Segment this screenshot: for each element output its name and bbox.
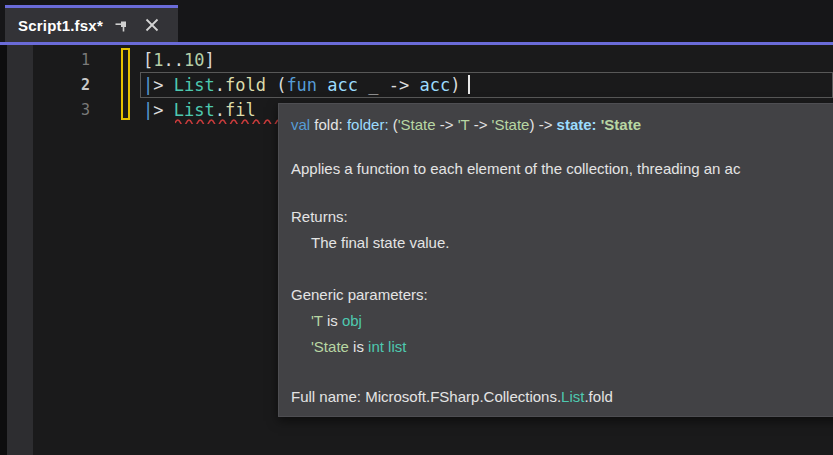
tooltip-description: Applies a function to each element of th…	[291, 156, 833, 182]
sig-token: 'T	[458, 116, 470, 133]
sig-token: 'State	[398, 116, 436, 133]
tooltip-generic-param-2: 'State is int list	[291, 334, 833, 360]
code-token: List	[174, 75, 215, 95]
code-token	[409, 75, 419, 95]
pin-icon[interactable]	[111, 14, 133, 36]
sig-token: ->	[436, 116, 458, 133]
code-token: |	[143, 100, 153, 120]
tooltip-generic-param-1: 'T is obj	[291, 308, 833, 334]
line-number-2: 2	[33, 73, 90, 98]
code-token: .	[215, 75, 225, 95]
code-token: >	[153, 75, 173, 95]
code-token: fold	[225, 75, 266, 95]
code-token: ]	[204, 50, 214, 70]
sig-token: val	[291, 116, 310, 133]
tooltip-signature: val fold: folder: ('State -> 'T -> 'Stat…	[291, 112, 833, 138]
sig-token-current-param: 'State	[601, 116, 641, 133]
generic-token: 'State	[311, 338, 349, 355]
tab-script1-fsx[interactable]: Script1.fsx*	[5, 5, 178, 42]
sig-token: ) ->	[529, 116, 556, 133]
code-token: 1	[153, 50, 163, 70]
tooltip-full-name: Full name: Microsoft.FSharp.Collections.…	[291, 384, 833, 410]
code-token: .	[215, 100, 225, 120]
fullname-token: .fold	[584, 388, 612, 405]
code-token: List	[174, 100, 215, 120]
unsaved-changes-indicator	[121, 48, 130, 120]
fullname-token: List	[561, 388, 584, 405]
breakpoint-gutter[interactable]	[7, 45, 33, 455]
sig-token: folder:	[347, 116, 393, 133]
generic-token: 'T	[311, 312, 323, 329]
code-token	[317, 75, 327, 95]
sig-token: 'State	[492, 116, 530, 133]
line-number-3: 3	[33, 98, 90, 123]
error-squiggle	[175, 119, 287, 124]
tab-bar: Script1.fsx*	[0, 0, 833, 45]
code-token: ..	[164, 50, 184, 70]
generic-token: int list	[368, 338, 406, 355]
generic-token: obj	[342, 312, 362, 329]
editor-left-strip	[0, 45, 7, 455]
code-editor[interactable]: 1 2 3 [1..10] |> List.fold (fun acc _ ->…	[0, 45, 833, 455]
code-line-2[interactable]: |> List.fold (fun acc _ -> acc)	[143, 73, 470, 98]
quickinfo-tooltip: val fold: folder: ('State -> 'T -> 'Stat…	[278, 103, 833, 417]
tooltip-generic-label: Generic parameters:	[291, 282, 833, 308]
code-token: fil	[225, 100, 256, 120]
text-caret	[468, 75, 470, 94]
line-number-1: 1	[33, 48, 90, 73]
code-token: 10	[184, 50, 204, 70]
code-token: >	[153, 100, 173, 120]
code-token: ->	[389, 75, 409, 95]
sig-token-current-param: state:	[557, 116, 601, 133]
code-token: _	[358, 75, 389, 95]
sig-token: fold:	[310, 116, 347, 133]
generic-token: is	[349, 338, 368, 355]
tooltip-returns-label: Returns:	[291, 204, 833, 230]
code-token: |	[143, 75, 153, 95]
fullname-token: Full name: Microsoft.FSharp.Collections.	[291, 388, 561, 405]
vs-editor-window: Script1.fsx*	[0, 0, 833, 455]
close-icon[interactable]	[141, 14, 163, 36]
sig-token: ->	[469, 116, 491, 133]
code-token: acc	[420, 75, 451, 95]
code-line-1[interactable]: [1..10]	[143, 48, 215, 73]
generic-token: is	[323, 312, 342, 329]
tooltip-returns-value: The final state value.	[291, 230, 833, 256]
code-token: acc	[327, 75, 358, 95]
tab-title: Script1.fsx*	[18, 17, 103, 34]
code-token: )	[450, 75, 460, 95]
code-token: (	[266, 75, 286, 95]
code-token: [	[143, 50, 153, 70]
code-token: fun	[286, 75, 317, 95]
